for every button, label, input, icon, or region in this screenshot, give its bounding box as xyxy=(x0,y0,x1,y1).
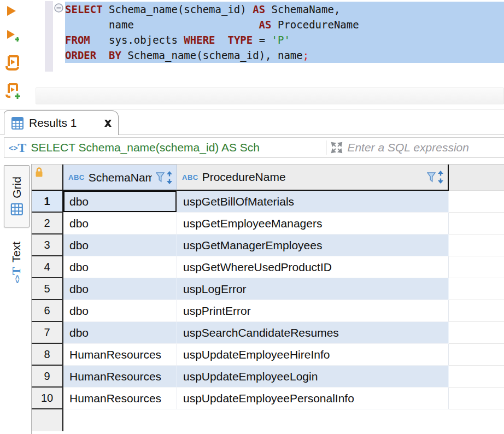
table-row: 9HumanResourcesuspUpdateEmployeeLogin xyxy=(32,366,504,388)
text-tab-label: Text xyxy=(10,242,24,263)
code-segment: name xyxy=(65,19,259,31)
column-header-procedurename[interactable]: ABC ProcedureName xyxy=(177,165,449,191)
cell-schemaname[interactable]: dbo xyxy=(63,256,177,278)
cell-procedurename[interactable]: uspUpdateEmployeeLogin xyxy=(177,366,449,388)
cell-schemaname[interactable]: dbo xyxy=(63,191,177,213)
code-segment: sys.objects xyxy=(90,34,184,46)
row-number-cell[interactable]: 8 xyxy=(32,344,63,366)
grid-corner-cell[interactable] xyxy=(32,165,63,191)
filter-separator xyxy=(326,140,326,155)
cell-procedurename[interactable]: uspUpdateEmployeePersonalInfo xyxy=(177,388,449,409)
cell-procedurename[interactable]: uspSearchCandidateResumes xyxy=(177,322,449,344)
cell-procedurename[interactable]: uspGetBillOfMaterials xyxy=(177,191,449,213)
sort-arrows-icon[interactable] xyxy=(437,170,444,184)
sql-filter-bar[interactable]: <>T SELECT Schema_name(schema_id) AS Sch… xyxy=(4,137,504,158)
grid-tab-label: Grid xyxy=(10,177,24,198)
sql-expression-icon: <>T xyxy=(9,140,26,155)
cell-procedurename[interactable]: uspLogError xyxy=(177,278,449,300)
row-filler xyxy=(449,191,504,213)
fold-collapse-icon[interactable] xyxy=(54,3,63,13)
cell-procedurename[interactable]: uspGetWhereUsedProductID xyxy=(177,256,449,278)
code-segment: AS xyxy=(259,19,272,31)
header-filler xyxy=(449,165,504,191)
execute-statement-new-tab-button[interactable] xyxy=(5,29,19,45)
row-number-cell[interactable]: 4 xyxy=(32,256,63,278)
code-line[interactable]: FROM sys.objects WHERE TYPE = 'P' xyxy=(65,32,504,48)
cell-schemaname[interactable]: HumanResources xyxy=(63,366,177,388)
row-number-cell[interactable]: 1 xyxy=(32,191,63,213)
script-icon xyxy=(5,55,20,71)
code-segment: ; xyxy=(303,49,309,61)
cell-schemaname[interactable]: dbo xyxy=(63,322,177,344)
close-icon[interactable] xyxy=(103,119,113,127)
table-row: 4dbouspGetWhereUsedProductID xyxy=(32,256,504,278)
filter-sql-text[interactable]: SELECT Schema_name(schema_id) AS Sch xyxy=(31,141,321,154)
script-plus-icon xyxy=(5,83,21,100)
code-lines[interactable]: SELECT Schema_name(schema_id) AS SchemaN… xyxy=(65,2,504,63)
code-segment xyxy=(215,34,228,46)
grid-empty-area xyxy=(32,409,504,434)
lock-icon xyxy=(34,167,44,178)
sql-ide-window: SELECT Schema_name(schema_id) AS SchemaN… xyxy=(0,0,504,434)
empty-row-number-cell xyxy=(32,409,63,431)
expand-filter-icon[interactable] xyxy=(331,142,343,154)
cell-schemaname[interactable]: HumanResources xyxy=(63,344,177,366)
cell-procedurename[interactable]: uspPrintError xyxy=(177,300,449,322)
column-label: SchemaName xyxy=(89,171,152,184)
row-filler xyxy=(449,300,504,322)
filter-input-placeholder[interactable]: Enter a SQL expression xyxy=(347,141,501,154)
cell-schemaname[interactable]: dbo xyxy=(63,213,177,234)
table-row: 6dbouspPrintError xyxy=(32,300,504,322)
grid-view-icon xyxy=(10,203,24,216)
cell-schemaname[interactable]: dbo xyxy=(63,300,177,322)
row-filler xyxy=(449,256,504,278)
row-number-cell[interactable]: 3 xyxy=(32,234,63,256)
filter-funnel-icon[interactable] xyxy=(156,172,165,183)
row-number-cell[interactable]: 7 xyxy=(32,322,63,344)
cell-schemaname[interactable]: HumanResources xyxy=(63,388,177,409)
cell-schemaname[interactable]: dbo xyxy=(63,234,177,256)
cell-schemaname[interactable]: dbo xyxy=(63,278,177,300)
sql-editor-pane[interactable]: SELECT Schema_name(schema_id) AS SchemaN… xyxy=(0,0,504,109)
string-type-icon: ABC xyxy=(182,173,198,181)
results-grid: ABC SchemaName AB xyxy=(31,164,504,434)
play-icon xyxy=(5,4,18,17)
row-number-cell[interactable]: 2 xyxy=(32,213,63,234)
tab-results-1[interactable]: Results 1 xyxy=(4,110,119,135)
code-line[interactable]: SELECT Schema_name(schema_id) AS SchemaN… xyxy=(65,2,504,17)
sort-arrows-icon[interactable] xyxy=(166,171,173,185)
column-header-schemaname[interactable]: ABC SchemaName xyxy=(63,165,177,191)
filter-funnel-icon[interactable] xyxy=(427,172,436,183)
table-row: 3dbouspGetManagerEmployees xyxy=(32,234,504,256)
tab-grid-view[interactable]: Grid xyxy=(4,165,30,227)
row-filler xyxy=(449,388,504,409)
table-row: 1dbouspGetBillOfMaterials xyxy=(32,191,504,213)
text-view-icon: <>T xyxy=(10,267,24,283)
play-plus-icon xyxy=(5,29,19,43)
code-segment: Schema_name(schema_id), name xyxy=(121,49,303,61)
execute-statement-button[interactable] xyxy=(5,4,18,19)
tab-text-view[interactable]: <>T Text xyxy=(4,233,30,292)
editor-horizontal-scrollbar[interactable] xyxy=(36,87,504,104)
code-segment: TYPE xyxy=(227,34,253,46)
editor-fold-gutter xyxy=(45,1,53,72)
string-type-icon: ABC xyxy=(68,173,85,181)
execute-script-new-tab-button[interactable] xyxy=(5,83,21,102)
grid-body: 1dbouspGetBillOfMaterials2dbouspGetEmplo… xyxy=(32,191,504,409)
cell-procedurename[interactable]: uspGetEmployeeManagers xyxy=(177,213,449,234)
code-line[interactable]: ORDER BY Schema_name(schema_id), name; xyxy=(65,48,504,63)
table-row: 2dbouspGetEmployeeManagers xyxy=(32,213,504,234)
row-number-cell[interactable]: 6 xyxy=(32,300,63,322)
row-number-cell[interactable]: 9 xyxy=(32,366,63,388)
code-line[interactable]: name AS ProcedureName xyxy=(65,17,504,32)
cell-procedurename[interactable]: uspUpdateEmployeeHireInfo xyxy=(177,344,449,366)
row-number-cell[interactable]: 5 xyxy=(32,278,63,300)
row-number-cell[interactable]: 10 xyxy=(32,388,63,409)
code-segment: 'P' xyxy=(272,34,290,46)
code-segment: BY xyxy=(109,49,121,61)
row-filler xyxy=(449,366,504,388)
execute-script-button[interactable] xyxy=(5,55,20,73)
row-filler xyxy=(449,344,504,366)
row-filler xyxy=(449,278,504,300)
cell-procedurename[interactable]: uspGetManagerEmployees xyxy=(177,234,449,256)
